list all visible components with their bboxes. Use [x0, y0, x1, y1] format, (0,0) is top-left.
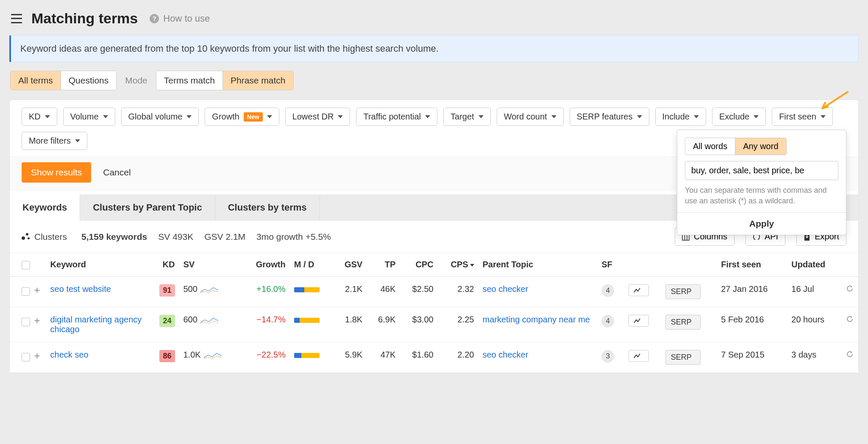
chevron-down-icon [45, 115, 50, 118]
filter-traffic-potential[interactable]: Traffic potential [356, 108, 437, 126]
col-keyword[interactable]: Keyword [46, 253, 149, 277]
gsv-value: 2.1K [333, 277, 367, 307]
cps-value: 2.20 [438, 342, 479, 373]
filter-word-count[interactable]: Word count [497, 108, 564, 126]
include-any-word[interactable]: Any word [735, 138, 786, 155]
expand-row-icon[interactable]: + [33, 350, 42, 361]
chevron-down-icon [479, 115, 484, 118]
cpc-value: $1.60 [400, 342, 437, 373]
parent-topic-link[interactable]: seo checker [483, 350, 529, 359]
filter-serp-features[interactable]: SERP features [570, 108, 649, 126]
refresh-icon[interactable] [846, 350, 854, 358]
menu-icon[interactable] [11, 14, 22, 23]
col-updated[interactable]: Updated [787, 253, 841, 277]
refresh-icon[interactable] [846, 284, 854, 293]
tp-value: 46K [367, 277, 400, 307]
filter-exclude[interactable]: Exclude [712, 108, 766, 126]
filter-volume[interactable]: Volume [63, 108, 115, 126]
clusters-dropdown[interactable]: Clusters [22, 232, 70, 242]
chevron-down-icon [694, 115, 699, 118]
sf-badge: 4 [601, 315, 614, 327]
filter-global-volume[interactable]: Global volume [121, 108, 199, 126]
select-all-checkbox[interactable] [22, 261, 30, 269]
table-row: + seo test website 91 500 +16.0% 2.1K 46… [10, 277, 858, 307]
tab-terms-match[interactable]: Terms match [156, 71, 223, 90]
sv-sparkline [200, 284, 220, 295]
mode-segment: Terms match Phrase match [156, 71, 294, 90]
growth-dropdown[interactable]: 3mo growth +5.5% [256, 232, 334, 242]
col-sv[interactable]: SV [179, 253, 241, 277]
how-to-use-link[interactable]: ? How to use [150, 13, 210, 24]
col-cpc[interactable]: CPC [400, 253, 437, 277]
cps-value: 2.32 [438, 277, 479, 307]
keyword-count: 5,159 keywords [81, 232, 147, 242]
md-bar [294, 318, 320, 323]
refresh-icon[interactable] [846, 315, 854, 323]
expand-row-icon[interactable]: + [33, 284, 42, 296]
filters-panel: KD Volume Global volume GrowthNew Lowest… [9, 100, 859, 373]
filter-kd[interactable]: KD [22, 108, 57, 126]
cancel-button[interactable]: Cancel [103, 167, 131, 178]
serp-button[interactable]: SERP [665, 284, 701, 299]
sv-sparkline [200, 315, 220, 326]
col-md[interactable]: M / D [290, 253, 333, 277]
show-results-button[interactable]: Show results [22, 162, 91, 183]
trend-button[interactable] [629, 284, 649, 296]
keyword-link[interactable]: seo test website [50, 284, 111, 294]
col-cps[interactable]: CPS [438, 253, 479, 277]
chevron-down-icon [267, 115, 272, 118]
serp-button[interactable]: SERP [665, 350, 701, 365]
tab-phrase-match[interactable]: Phrase match [223, 71, 293, 90]
updated-value: 20 hours [787, 307, 841, 342]
col-sf[interactable]: SF [597, 253, 624, 277]
trend-button[interactable] [629, 350, 649, 362]
filter-include[interactable]: Include [655, 108, 707, 126]
row-checkbox[interactable] [22, 353, 30, 361]
chevron-down-icon [103, 115, 108, 118]
row-checkbox[interactable] [22, 287, 30, 296]
col-gsv[interactable]: GSV [333, 253, 367, 277]
col-first-seen[interactable]: First seen [717, 253, 787, 277]
growth-value: −14.7% [256, 315, 285, 324]
help-icon: ? [150, 14, 159, 23]
new-badge: New [244, 112, 263, 122]
terms-type-segment: All terms Questions [10, 71, 117, 90]
parent-topic-link[interactable]: seo checker [483, 284, 529, 294]
include-all-words[interactable]: All words [685, 138, 735, 155]
include-input[interactable] [685, 161, 838, 180]
tab-clusters-parent[interactable]: Clusters by Parent Topic [80, 194, 215, 221]
include-mode-segment: All words Any word [685, 138, 787, 155]
chevron-down-icon [75, 139, 80, 142]
keyword-link[interactable]: digital marketing agency chicago [50, 315, 142, 334]
tab-keywords[interactable]: Keywords [10, 194, 80, 221]
chevron-down-icon [186, 115, 192, 118]
col-tp[interactable]: TP [367, 253, 400, 277]
row-checkbox[interactable] [22, 318, 30, 326]
sv-value: 1.0K [184, 350, 201, 359]
trend-button[interactable] [629, 315, 649, 327]
filter-target[interactable]: Target [443, 108, 491, 126]
expand-row-icon[interactable]: + [33, 315, 42, 326]
col-kd[interactable]: KD [149, 253, 179, 277]
filter-more[interactable]: More filters [22, 132, 87, 150]
table-row: + digital marketing agency chicago 24 60… [10, 307, 858, 342]
filter-first-seen[interactable]: First seen [772, 108, 833, 126]
keywords-table: Keyword KD SV Growth M / D GSV TP CPC CP… [10, 253, 858, 373]
parent-topic-link[interactable]: marketing company near me [483, 315, 590, 324]
sf-badge: 4 [601, 284, 614, 297]
tab-questions[interactable]: Questions [61, 71, 117, 90]
tab-all-terms[interactable]: All terms [11, 71, 61, 90]
col-parent[interactable]: Parent Topic [479, 253, 598, 277]
table-row: + check seo 86 1.0K −22.5% 5.9K 47K $1.6… [10, 342, 858, 373]
serp-button[interactable]: SERP [665, 315, 701, 330]
filter-growth[interactable]: GrowthNew [205, 108, 279, 126]
updated-value: 3 days [787, 342, 841, 373]
keyword-link[interactable]: check seo [50, 350, 89, 359]
tab-clusters-terms[interactable]: Clusters by terms [215, 194, 320, 221]
include-apply-button[interactable]: Apply [677, 212, 846, 235]
filter-lowest-dr[interactable]: Lowest DR [285, 108, 351, 126]
mode-label: Mode [125, 75, 147, 86]
growth-value: +16.0% [256, 284, 285, 294]
col-growth[interactable]: Growth [241, 253, 290, 277]
chevron-down-icon [551, 115, 556, 118]
